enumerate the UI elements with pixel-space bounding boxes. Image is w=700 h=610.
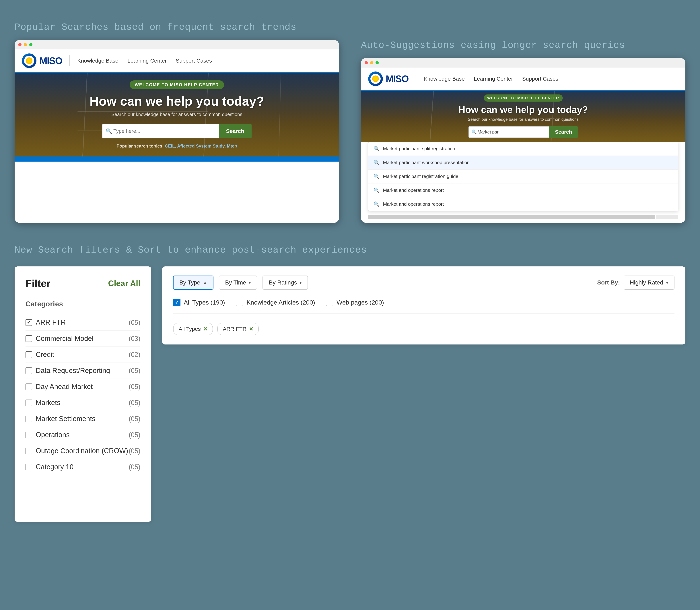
sort-row: Sort By: Highly Rated ▾ xyxy=(597,275,674,290)
filter-count-7: (05) xyxy=(129,431,140,439)
filter-search-row: Filter Clear All Categories ARR FTR (05)… xyxy=(15,267,685,522)
filter-checkbox-3[interactable] xyxy=(26,367,32,374)
scroll-bar-2 xyxy=(656,215,678,219)
filter-count-5: (05) xyxy=(129,399,140,407)
minimize-dot[interactable] xyxy=(24,43,27,46)
type-checkbox-0[interactable] xyxy=(173,299,180,306)
popular-links-1[interactable]: CEIL, Affected System Study, Mtep xyxy=(165,144,237,148)
sort-chevron: ▾ xyxy=(666,280,668,285)
browser-window-2: MISO Knowledge Base Learning Center Supp… xyxy=(361,58,685,223)
filter-checkbox-5[interactable] xyxy=(26,400,32,406)
popular-topics-1: Popular search topics: CEIL, Affected Sy… xyxy=(116,144,237,149)
nav-divider-1 xyxy=(69,55,70,66)
type-label-0: All Types (190) xyxy=(184,299,225,306)
browser-chrome-1 xyxy=(15,40,339,49)
maximize-dot[interactable] xyxy=(29,43,32,46)
filter-item-2: Credit (02) xyxy=(26,347,140,363)
by-ratings-filter[interactable]: By Ratings ▾ xyxy=(262,275,308,290)
search-bar-2: 🔍 Search xyxy=(469,126,578,138)
hero-bottom-bar-1 xyxy=(15,157,339,162)
tag-close-0[interactable]: ✕ xyxy=(203,326,208,332)
filter-checkbox-0[interactable] xyxy=(26,319,32,326)
bottom-section: New Search filters & Sort to enhance pos… xyxy=(15,245,685,522)
miso-logo-1: MISO xyxy=(22,53,62,68)
tags-row: All Types ✕ ARR FTR ✕ xyxy=(173,323,674,335)
miso-nav-1: MISO Knowledge Base Learning Center Supp… xyxy=(15,49,339,73)
filter-item-8: Outage Coordination (CROW) (05) xyxy=(26,443,140,459)
filter-label-4: Day Ahead Market xyxy=(36,383,93,391)
filter-label-7: Operations xyxy=(36,431,70,439)
by-ratings-label: By Ratings xyxy=(269,279,297,286)
filter-checkbox-4[interactable] xyxy=(26,384,32,390)
filter-title: Filter xyxy=(26,277,50,289)
tag-close-1[interactable]: ✕ xyxy=(249,326,253,332)
suggest-item-0[interactable]: 🔍 Market participant split registration xyxy=(369,142,678,156)
type-label-2: Web pages (200) xyxy=(337,299,384,306)
hero-title-2: How can we help you today? xyxy=(458,105,588,115)
suggest-text-2: Market participant registration guide xyxy=(383,174,458,179)
filter-left-3: Data Request/Reporting xyxy=(26,367,110,374)
hero-subtitle-2: Search our knowledge base for answers to… xyxy=(468,117,579,122)
nav-learning-center-1[interactable]: Learning Center xyxy=(127,58,167,64)
filter-count-0: (05) xyxy=(129,319,140,326)
search-button-1[interactable]: Search xyxy=(219,124,251,139)
search-field-2[interactable] xyxy=(469,126,549,138)
filter-count-3: (05) xyxy=(129,367,140,374)
suggest-item-4[interactable]: 🔍 Market and operations report xyxy=(369,197,678,211)
sort-dropdown[interactable]: Highly Rated ▾ xyxy=(624,275,674,290)
filter-panel: Filter Clear All Categories ARR FTR (05)… xyxy=(15,267,151,522)
filter-left-5: Markets xyxy=(26,399,60,407)
filter-checkbox-7[interactable] xyxy=(26,432,32,438)
filter-label-9: Category 10 xyxy=(36,463,74,471)
filter-checkbox-1[interactable] xyxy=(26,335,32,342)
nav-knowledge-base-1[interactable]: Knowledge Base xyxy=(77,58,118,64)
browser-chrome-2 xyxy=(361,58,685,67)
hero-content-1: WELCOME TO MISO HELP CENTER How can we h… xyxy=(15,73,339,157)
type-checkbox-2[interactable] xyxy=(326,299,333,306)
filter-left-8: Outage Coordination (CROW) xyxy=(26,447,128,455)
hero-badge-2: WELCOME TO MISO HELP CENTER xyxy=(484,95,563,101)
suggest-item-1[interactable]: 🔍 Market participant workshop presentati… xyxy=(369,156,678,170)
filter-item-7: Operations (05) xyxy=(26,427,140,443)
type-checkbox-1[interactable] xyxy=(236,299,243,306)
suggest-text-3: Market and operations report xyxy=(383,188,444,193)
clear-all-button[interactable]: Clear All xyxy=(108,279,140,288)
filter-checkbox-8[interactable] xyxy=(26,448,32,454)
filter-checkbox-6[interactable] xyxy=(26,416,32,422)
filter-label-1: Commercial Model xyxy=(36,335,94,342)
by-type-filter[interactable]: By Type ▲ xyxy=(173,275,213,290)
suggest-icon-1: 🔍 xyxy=(374,160,379,165)
filter-checkbox-9[interactable] xyxy=(26,464,32,470)
tag-0[interactable]: All Types ✕ xyxy=(173,323,213,335)
type-item-0: All Types (190) xyxy=(173,299,225,306)
maximize-dot-2[interactable] xyxy=(375,61,379,64)
close-dot-2[interactable] xyxy=(364,61,368,64)
by-time-filter[interactable]: By Time ▾ xyxy=(219,275,257,290)
suggest-item-3[interactable]: 🔍 Market and operations report xyxy=(369,183,678,197)
by-time-chevron: ▾ xyxy=(249,280,251,285)
search-icon-1: 🔍 xyxy=(106,128,112,134)
tag-1[interactable]: ARR FTR ✕ xyxy=(217,323,259,335)
close-dot[interactable] xyxy=(18,43,21,46)
nav-knowledge-base-2[interactable]: Knowledge Base xyxy=(424,76,465,82)
nav-support-cases-2[interactable]: Support Cases xyxy=(522,76,558,82)
filter-count-9: (05) xyxy=(129,463,140,471)
logo-text-1: MISO xyxy=(39,55,62,66)
search-button-2[interactable]: Search xyxy=(549,126,578,138)
filter-checkbox-2[interactable] xyxy=(26,351,32,358)
logo-text-2: MISO xyxy=(386,73,408,84)
hero-badge-1: WELCOME TO MISO HELP CENTER xyxy=(130,80,224,89)
suggest-item-2[interactable]: 🔍 Market participant registration guide xyxy=(369,170,678,183)
tag-label-1: ARR FTR xyxy=(223,326,246,332)
hero-1: WELCOME TO MISO HELP CENTER How can we h… xyxy=(15,73,339,157)
filter-label-6: Market Settlements xyxy=(36,415,95,423)
filter-count-6: (05) xyxy=(129,415,140,423)
by-type-chevron-up: ▲ xyxy=(203,280,207,285)
filter-count-2: (02) xyxy=(129,351,140,358)
nav-learning-center-2[interactable]: Learning Center xyxy=(474,76,513,82)
nav-support-cases-1[interactable]: Support Cases xyxy=(176,58,212,64)
minimize-dot-2[interactable] xyxy=(370,61,373,64)
filter-item-3: Data Request/Reporting (05) xyxy=(26,363,140,379)
hero-subtitle-1: Search our knowledge base for answers to… xyxy=(111,112,242,117)
search-field-1[interactable] xyxy=(102,124,219,139)
